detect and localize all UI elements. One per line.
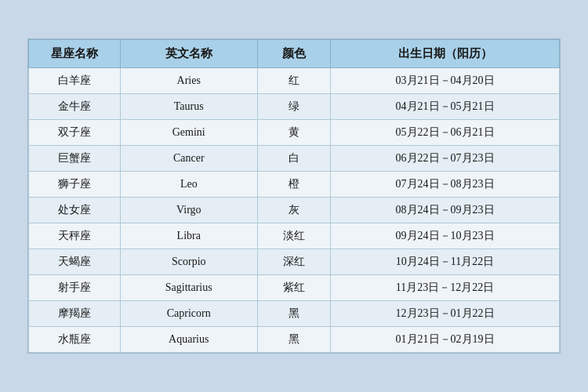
table-row: 射手座Sagittarius紫红11月23日－12月22日 [29,275,560,301]
cell-english: Aquarius [120,327,257,353]
cell-english: Gemini [120,120,257,146]
header-chinese: 星座名称 [29,40,121,68]
table-row: 白羊座Aries红03月21日－04月20日 [29,68,560,94]
table-row: 狮子座Leo橙07月24日－08月23日 [29,172,560,198]
cell-chinese: 处女座 [29,198,121,223]
cell-color: 红 [257,68,330,94]
cell-color: 灰 [257,198,330,223]
cell-color: 淡红 [257,223,330,249]
cell-date: 12月23日－01月22日 [331,301,560,327]
header-english: 英文名称 [120,40,257,68]
cell-chinese: 射手座 [29,275,121,301]
cell-date: 08月24日－09月23日 [331,198,560,223]
cell-chinese: 金牛座 [29,94,121,120]
cell-color: 橙 [257,172,330,198]
cell-color: 黄 [257,120,330,146]
cell-date: 10月24日－11月22日 [331,249,560,275]
header-date: 出生日期（阳历） [331,40,560,68]
table-row: 双子座Gemini黄05月22日－06月21日 [29,120,560,146]
cell-date: 03月21日－04月20日 [331,68,560,94]
cell-english: Scorpio [120,249,257,275]
header-color: 颜色 [257,40,330,68]
cell-english: Cancer [120,146,257,172]
cell-color: 深红 [257,249,330,275]
cell-english: Libra [120,223,257,249]
cell-chinese: 白羊座 [29,68,121,94]
cell-color: 黑 [257,327,330,353]
cell-date: 01月21日－02月19日 [331,327,560,353]
cell-date: 07月24日－08月23日 [331,172,560,198]
table-header-row: 星座名称 英文名称 颜色 出生日期（阳历） [29,40,560,68]
table-row: 水瓶座Aquarius黑01月21日－02月19日 [29,327,560,353]
cell-date: 05月22日－06月21日 [331,120,560,146]
cell-chinese: 摩羯座 [29,301,121,327]
cell-date: 04月21日－05月21日 [331,94,560,120]
table-row: 天秤座Libra淡红09月24日－10月23日 [29,223,560,249]
cell-date: 09月24日－10月23日 [331,223,560,249]
cell-english: Sagittarius [120,275,257,301]
cell-chinese: 天蝎座 [29,249,121,275]
cell-english: Leo [120,172,257,198]
cell-date: 11月23日－12月22日 [331,275,560,301]
cell-color: 紫红 [257,275,330,301]
cell-color: 黑 [257,301,330,327]
cell-date: 06月22日－07月23日 [331,146,560,172]
table-row: 金牛座Taurus绿04月21日－05月21日 [29,94,560,120]
table-row: 巨蟹座Cancer白06月22日－07月23日 [29,146,560,172]
cell-chinese: 水瓶座 [29,327,121,353]
cell-english: Virgo [120,198,257,223]
table-row: 处女座Virgo灰08月24日－09月23日 [29,198,560,223]
cell-english: Taurus [120,94,257,120]
table-row: 天蝎座Scorpio深红10月24日－11月22日 [29,249,560,275]
zodiac-table: 星座名称 英文名称 颜色 出生日期（阳历） 白羊座Aries红03月21日－04… [28,39,560,353]
cell-english: Capricorn [120,301,257,327]
cell-color: 绿 [257,94,330,120]
zodiac-table-container: 星座名称 英文名称 颜色 出生日期（阳历） 白羊座Aries红03月21日－04… [27,38,561,354]
table-row: 摩羯座Capricorn黑12月23日－01月22日 [29,301,560,327]
cell-chinese: 天秤座 [29,223,121,249]
cell-english: Aries [120,68,257,94]
cell-chinese: 双子座 [29,120,121,146]
cell-chinese: 狮子座 [29,172,121,198]
cell-chinese: 巨蟹座 [29,146,121,172]
cell-color: 白 [257,146,330,172]
